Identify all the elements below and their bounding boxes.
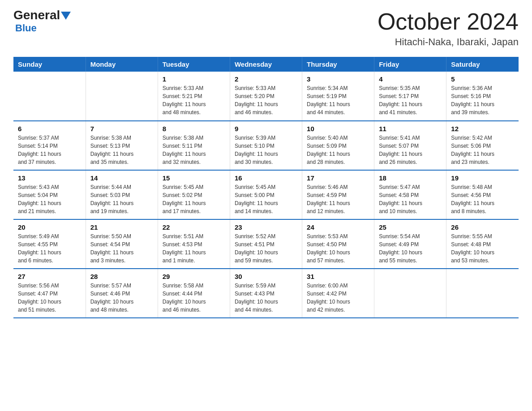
calendar-header-row: SundayMondayTuesdayWednesdayThursdayFrid… — [13, 57, 519, 72]
week-row-5: 27Sunrise: 5:56 AM Sunset: 4:47 PM Dayli… — [13, 269, 519, 318]
calendar-cell: 23Sunrise: 5:52 AM Sunset: 4:51 PM Dayli… — [230, 219, 302, 269]
calendar-table: SundayMondayTuesdayWednesdayThursdayFrid… — [13, 57, 519, 318]
day-info: Sunrise: 5:49 AM Sunset: 4:55 PM Dayligh… — [18, 232, 81, 265]
day-number: 5 — [451, 75, 514, 83]
location-title: Hitachi-Naka, Ibaraki, Japan — [378, 36, 519, 48]
calendar-cell — [446, 269, 519, 318]
day-number: 23 — [235, 223, 297, 231]
calendar-cell: 30Sunrise: 5:59 AM Sunset: 4:43 PM Dayli… — [230, 269, 302, 318]
day-info: Sunrise: 5:55 AM Sunset: 4:48 PM Dayligh… — [451, 232, 514, 265]
day-number: 28 — [90, 273, 153, 280]
day-info: Sunrise: 5:43 AM Sunset: 5:04 PM Dayligh… — [18, 183, 81, 215]
header-saturday: Saturday — [446, 57, 519, 72]
day-number: 8 — [163, 125, 225, 133]
month-title: October 2024 — [378, 9, 519, 34]
day-info: Sunrise: 5:44 AM Sunset: 5:03 PM Dayligh… — [90, 183, 153, 215]
day-number: 2 — [235, 75, 297, 83]
day-number: 21 — [90, 223, 153, 231]
calendar-cell: 3Sunrise: 5:34 AM Sunset: 5:19 PM Daylig… — [302, 72, 374, 121]
day-info: Sunrise: 5:54 AM Sunset: 4:49 PM Dayligh… — [379, 232, 442, 265]
day-info: Sunrise: 5:52 AM Sunset: 4:51 PM Dayligh… — [235, 232, 297, 265]
day-number: 20 — [18, 223, 81, 231]
day-info: Sunrise: 5:38 AM Sunset: 5:13 PM Dayligh… — [90, 134, 153, 166]
day-number: 1 — [163, 75, 225, 83]
day-number: 9 — [235, 125, 297, 133]
day-info: Sunrise: 5:34 AM Sunset: 5:19 PM Dayligh… — [307, 84, 369, 116]
header-sunday: Sunday — [13, 57, 86, 72]
day-number: 4 — [379, 75, 442, 83]
day-info: Sunrise: 5:53 AM Sunset: 4:50 PM Dayligh… — [307, 232, 369, 265]
logo: General Blue — [13, 9, 71, 34]
week-row-3: 13Sunrise: 5:43 AM Sunset: 5:04 PM Dayli… — [13, 170, 519, 219]
day-number: 14 — [90, 174, 153, 182]
day-info: Sunrise: 5:45 AM Sunset: 5:02 PM Dayligh… — [163, 183, 225, 215]
calendar-cell: 5Sunrise: 5:36 AM Sunset: 5:16 PM Daylig… — [446, 72, 519, 121]
calendar-cell: 8Sunrise: 5:38 AM Sunset: 5:11 PM Daylig… — [158, 121, 230, 170]
day-number: 31 — [307, 273, 369, 280]
day-number: 13 — [18, 174, 81, 182]
calendar-cell: 10Sunrise: 5:40 AM Sunset: 5:09 PM Dayli… — [302, 121, 374, 170]
day-number: 12 — [451, 125, 514, 133]
day-info: Sunrise: 5:58 AM Sunset: 4:44 PM Dayligh… — [163, 282, 225, 314]
day-info: Sunrise: 5:59 AM Sunset: 4:43 PM Dayligh… — [235, 282, 297, 314]
calendar-cell: 6Sunrise: 5:37 AM Sunset: 5:14 PM Daylig… — [13, 121, 86, 170]
calendar-cell: 21Sunrise: 5:50 AM Sunset: 4:54 PM Dayli… — [86, 219, 158, 269]
day-number: 19 — [451, 174, 514, 182]
day-info: Sunrise: 5:35 AM Sunset: 5:17 PM Dayligh… — [379, 84, 442, 116]
day-info: Sunrise: 5:33 AM Sunset: 5:21 PM Dayligh… — [163, 84, 225, 116]
day-info: Sunrise: 5:47 AM Sunset: 4:58 PM Dayligh… — [379, 183, 442, 215]
week-row-4: 20Sunrise: 5:49 AM Sunset: 4:55 PM Dayli… — [13, 219, 519, 269]
header-thursday: Thursday — [302, 57, 374, 72]
header-tuesday: Tuesday — [158, 57, 230, 72]
calendar-cell: 9Sunrise: 5:39 AM Sunset: 5:10 PM Daylig… — [230, 121, 302, 170]
day-info: Sunrise: 5:57 AM Sunset: 4:46 PM Dayligh… — [90, 282, 153, 314]
week-row-1: 1Sunrise: 5:33 AM Sunset: 5:21 PM Daylig… — [13, 72, 519, 121]
day-info: Sunrise: 5:46 AM Sunset: 4:59 PM Dayligh… — [307, 183, 369, 215]
calendar-cell: 31Sunrise: 6:00 AM Sunset: 4:42 PM Dayli… — [302, 269, 374, 318]
day-number: 24 — [307, 223, 369, 231]
day-info: Sunrise: 5:50 AM Sunset: 4:54 PM Dayligh… — [90, 232, 153, 265]
calendar-cell: 19Sunrise: 5:48 AM Sunset: 4:56 PM Dayli… — [446, 170, 519, 219]
calendar-cell: 1Sunrise: 5:33 AM Sunset: 5:21 PM Daylig… — [158, 72, 230, 121]
day-info: Sunrise: 5:45 AM Sunset: 5:00 PM Dayligh… — [235, 183, 297, 215]
day-number: 18 — [379, 174, 442, 182]
day-number: 30 — [235, 273, 297, 280]
day-number: 3 — [307, 75, 369, 83]
day-info: Sunrise: 5:51 AM Sunset: 4:53 PM Dayligh… — [163, 232, 225, 265]
calendar-cell — [13, 72, 86, 121]
calendar-cell: 26Sunrise: 5:55 AM Sunset: 4:48 PM Dayli… — [446, 219, 519, 269]
calendar-cell: 24Sunrise: 5:53 AM Sunset: 4:50 PM Dayli… — [302, 219, 374, 269]
calendar-cell: 7Sunrise: 5:38 AM Sunset: 5:13 PM Daylig… — [86, 121, 158, 170]
day-number: 26 — [451, 223, 514, 231]
day-info: Sunrise: 5:38 AM Sunset: 5:11 PM Dayligh… — [163, 134, 225, 166]
day-number: 11 — [379, 125, 442, 133]
day-number: 10 — [307, 125, 369, 133]
calendar-cell: 12Sunrise: 5:42 AM Sunset: 5:06 PM Dayli… — [446, 121, 519, 170]
week-row-2: 6Sunrise: 5:37 AM Sunset: 5:14 PM Daylig… — [13, 121, 519, 170]
calendar-cell: 13Sunrise: 5:43 AM Sunset: 5:04 PM Dayli… — [13, 170, 86, 219]
header-wednesday: Wednesday — [230, 57, 302, 72]
calendar-cell — [86, 72, 158, 121]
calendar-cell: 20Sunrise: 5:49 AM Sunset: 4:55 PM Dayli… — [13, 219, 86, 269]
day-number: 6 — [18, 125, 81, 133]
svg-marker-0 — [61, 12, 71, 20]
calendar-cell: 4Sunrise: 5:35 AM Sunset: 5:17 PM Daylig… — [374, 72, 446, 121]
logo-general: General — [13, 9, 60, 21]
day-number: 17 — [307, 174, 369, 182]
logo-blue: Blue — [15, 22, 37, 34]
calendar-cell: 2Sunrise: 5:33 AM Sunset: 5:20 PM Daylig… — [230, 72, 302, 121]
calendar-cell: 27Sunrise: 5:56 AM Sunset: 4:47 PM Dayli… — [13, 269, 86, 318]
day-info: Sunrise: 5:56 AM Sunset: 4:47 PM Dayligh… — [18, 282, 81, 314]
calendar-cell: 28Sunrise: 5:57 AM Sunset: 4:46 PM Dayli… — [86, 269, 158, 318]
day-number: 22 — [163, 223, 225, 231]
calendar-cell: 15Sunrise: 5:45 AM Sunset: 5:02 PM Dayli… — [158, 170, 230, 219]
header-monday: Monday — [86, 57, 158, 72]
calendar-cell: 11Sunrise: 5:41 AM Sunset: 5:07 PM Dayli… — [374, 121, 446, 170]
day-info: Sunrise: 5:39 AM Sunset: 5:10 PM Dayligh… — [235, 134, 297, 166]
calendar-cell: 17Sunrise: 5:46 AM Sunset: 4:59 PM Dayli… — [302, 170, 374, 219]
header-friday: Friday — [374, 57, 446, 72]
day-info: Sunrise: 5:41 AM Sunset: 5:07 PM Dayligh… — [379, 134, 442, 166]
day-info: Sunrise: 5:33 AM Sunset: 5:20 PM Dayligh… — [235, 84, 297, 116]
calendar-cell: 14Sunrise: 5:44 AM Sunset: 5:03 PM Dayli… — [86, 170, 158, 219]
day-number: 15 — [163, 174, 225, 182]
